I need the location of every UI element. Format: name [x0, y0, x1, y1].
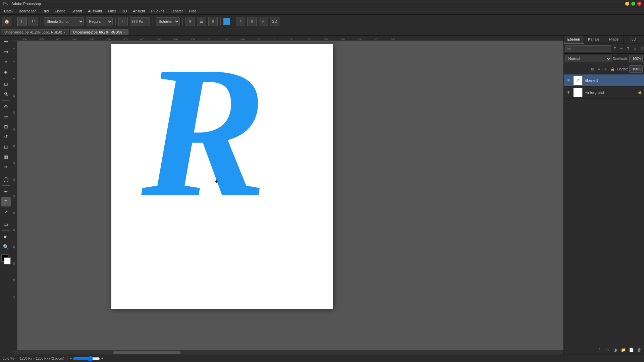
layer-filter-smart-btn[interactable]: ⊕	[632, 46, 638, 52]
tab-0-close[interactable]: ×	[63, 31, 65, 34]
toolbar-separator-6	[220, 17, 221, 25]
align-right-button[interactable]: ≡	[208, 17, 218, 26]
align-center-button[interactable]: ☰	[197, 17, 206, 26]
scrollbar-horizontal[interactable]	[12, 350, 564, 355]
layer-filter-color-btn[interactable]: ☰	[639, 46, 644, 52]
lock-all-btn[interactable]: 🔒	[609, 66, 615, 72]
rectangle-select-btn[interactable]: ▭	[1, 47, 11, 56]
panel-tab-ebenen[interactable]: Ebenen	[564, 36, 584, 44]
move-tool-btn[interactable]: ✛	[1, 37, 11, 46]
magic-wand-btn[interactable]: ◈	[1, 67, 11, 76]
layer-1-visibility[interactable]: 👁	[566, 90, 571, 95]
blur-btn[interactable]: ≋	[1, 162, 11, 172]
status-sep-2	[67, 356, 67, 361]
zoom-slider[interactable]: − +	[70, 356, 104, 361]
layer-filter-adj-btn[interactable]: ✏	[619, 46, 625, 52]
layer-item-0[interactable]: 👁 T Ebene 1	[564, 74, 644, 86]
gradient-btn[interactable]: ▦	[1, 152, 11, 162]
menu-ansicht[interactable]: Ansicht	[130, 8, 148, 14]
maximize-button[interactable]: □	[631, 2, 635, 6]
left-toolbar: ✛ ▭ ⌖ ◈ ⊡ ⚗ ⊕ ✏ ⊞ ↺ ◻ ▦ ≋ ◯ ✒ T ↗ ▭ ☛ 🔍	[0, 36, 12, 355]
tab-1-close[interactable]: ×	[123, 31, 125, 34]
anti-alias-select[interactable]: Schärfer	[156, 17, 180, 25]
menu-3d[interactable]: 3D	[119, 8, 129, 14]
text-color-swatch[interactable]	[223, 18, 230, 25]
scroll-thumb-h[interactable]	[113, 351, 180, 354]
layer-item-1[interactable]: 👁 Hintergrund 🔒	[564, 86, 644, 99]
tool-sep-2	[2, 100, 10, 101]
layer-new-btn[interactable]: 📄	[628, 347, 635, 353]
align-left-button[interactable]: ≡	[185, 17, 195, 26]
layer-delete-btn[interactable]: 🗑	[636, 347, 643, 353]
menu-fenster[interactable]: Fenster	[168, 8, 185, 14]
fill-input[interactable]	[629, 65, 643, 73]
tab-1[interactable]: Unbenannt-2 bei 66,7% (RGB/8) ×	[70, 29, 129, 35]
brush-btn[interactable]: ✏	[1, 112, 11, 121]
blend-mode-select[interactable]: Normal	[565, 55, 611, 62]
menu-hilfe[interactable]: Hilfe	[186, 8, 199, 14]
layer-adjustment-btn[interactable]: ◑	[612, 347, 619, 353]
toolbar-separator-5	[182, 17, 183, 25]
lasso-tool-btn[interactable]: ⌖	[1, 57, 11, 66]
zoom-in-icon[interactable]: +	[101, 357, 103, 360]
panel-tab-3d[interactable]: 3D	[624, 36, 644, 44]
text-tool-left-btn[interactable]: T	[1, 197, 11, 206]
dodge-btn[interactable]: ◯	[1, 175, 11, 184]
canvas-content[interactable]: R	[17, 41, 564, 350]
clone-btn[interactable]: ⊞	[1, 122, 11, 131]
menu-plugins[interactable]: Plug-ins	[148, 8, 167, 14]
warp-text-button[interactable]: ⊺	[236, 17, 245, 26]
crop-tool-btn[interactable]: ⊡	[1, 79, 11, 89]
layer-filter-type-btn[interactable]: T	[612, 46, 618, 52]
menu-auswahl[interactable]: Auswahl	[85, 8, 105, 14]
close-button[interactable]: ×	[637, 2, 641, 6]
zoom-out-icon[interactable]: −	[70, 357, 72, 360]
layer-filter-mode-btn[interactable]: T	[625, 46, 631, 52]
eraser-btn[interactable]: ◻	[1, 142, 11, 152]
tab-0-label: Unbenannt-1 bei 41,2% (Logo, RGB/8)	[4, 31, 62, 34]
menu-schrift[interactable]: Schrift	[69, 8, 85, 14]
menu-bearbeiten[interactable]: Bearbeiten	[16, 8, 39, 14]
layer-fx-btn[interactable]: f	[596, 347, 602, 353]
3d-button[interactable]: 3D	[270, 17, 279, 26]
hand-btn[interactable]: ☛	[1, 232, 11, 241]
background-color[interactable]	[4, 257, 11, 264]
character-panel-button[interactable]: ⊞	[247, 17, 257, 26]
layer-0-visibility[interactable]: 👁	[566, 78, 571, 83]
home-button[interactable]: 🏠	[2, 17, 11, 26]
minimize-button[interactable]: −	[625, 2, 629, 6]
font-size-input[interactable]	[130, 17, 150, 25]
eyedropper-btn[interactable]: ⚗	[1, 89, 11, 99]
layer-search-input[interactable]	[565, 45, 611, 52]
confirm-button[interactable]: ✓	[259, 17, 268, 26]
status-sep-1	[17, 356, 17, 361]
lock-transparent-btn[interactable]: ⊡	[589, 66, 595, 72]
menu-bild[interactable]: Bild	[40, 8, 51, 14]
zoom-range-input[interactable]	[73, 356, 100, 361]
layer-group-btn[interactable]: 📁	[620, 347, 627, 353]
tab-0[interactable]: Unbenannt-1 bei 41,2% (Logo, RGB/8) ×	[1, 29, 69, 35]
toolbar-separator-3	[115, 17, 116, 25]
lock-image-btn[interactable]: ✏	[596, 66, 602, 72]
type-mode-btn[interactable]: T⁺	[29, 17, 38, 26]
menu-datei[interactable]: Datei	[1, 8, 15, 14]
font-family-select[interactable]: Blenda Script	[44, 17, 84, 25]
history-btn[interactable]: ↺	[1, 132, 11, 141]
shape-btn[interactable]: ▭	[1, 220, 11, 229]
menu-filter[interactable]: Filter	[105, 8, 119, 14]
font-style-select[interactable]: Regular	[86, 17, 113, 25]
panel-tab-pfade[interactable]: Pfade	[604, 36, 624, 44]
toolbar-separator-2	[41, 17, 41, 25]
opacity-input[interactable]	[629, 55, 643, 62]
layer-mask-btn[interactable]: ⊙	[604, 347, 610, 353]
zoom-btn[interactable]: 🔍	[1, 242, 11, 251]
panel-tab-kanaele[interactable]: Kanäle	[584, 36, 604, 44]
lock-position-btn[interactable]: ✛	[603, 66, 609, 72]
menu-ebene[interactable]: Ebene	[52, 8, 68, 14]
path-select-btn[interactable]: ↗	[1, 207, 11, 217]
app-icon: Ps	[3, 1, 8, 6]
tool-sep-4	[2, 185, 10, 186]
healing-btn[interactable]: ⊕	[1, 102, 11, 111]
text-tool-btn[interactable]: T	[17, 17, 26, 26]
pen-btn[interactable]: ✒	[1, 187, 11, 196]
